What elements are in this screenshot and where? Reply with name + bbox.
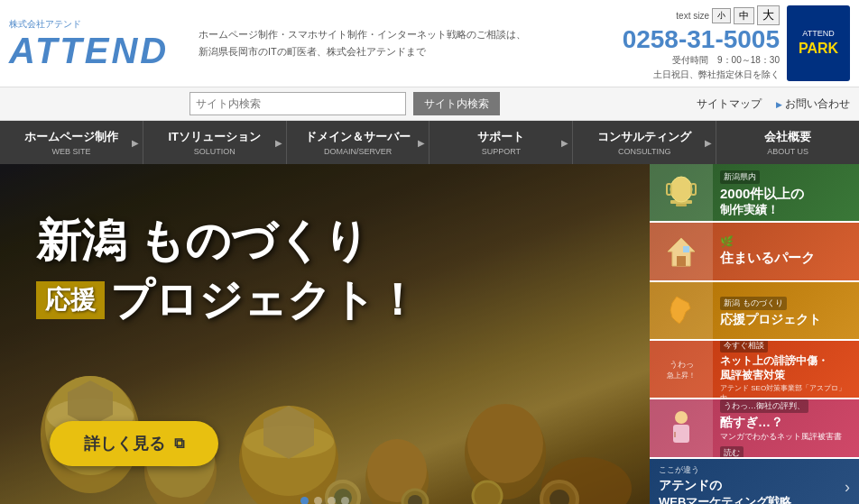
- banner-marketing[interactable]: ここが違う アテンドの WEBマーケティング戦略 ›: [650, 459, 859, 504]
- banner-5-content: うわっ…御社の評判、 酷すぎ…？ マンガでわかるネット風評被害書 読む: [713, 399, 859, 458]
- nav-arrow-icon: ▶: [418, 138, 425, 148]
- nav-arrow-icon: ▶: [561, 138, 568, 148]
- phone-number: 0258-31-5005: [623, 27, 780, 52]
- hero-subtitle-row: 応援 プロジェクト！: [36, 271, 419, 329]
- search-button[interactable]: サイト内検索: [413, 92, 500, 115]
- search-bar-row: サイト内検索 サイトマップ ▶ お問い合わせ: [0, 87, 859, 121]
- text-size-medium[interactable]: 中: [734, 7, 754, 24]
- nav-item-webpage[interactable]: ホームページ制作 WEB SITE ▶: [0, 121, 143, 164]
- contact-arrow-icon: ▶: [776, 100, 785, 109]
- nav-main-label: ITソリューション: [168, 129, 261, 145]
- text-size-small[interactable]: 小: [712, 8, 731, 23]
- hero-cta-label: 詳しく見る: [84, 433, 165, 454]
- hero-area: 新潟 ものづくり 応援 プロジェクト！ 詳しく見る ⧉: [0, 164, 650, 504]
- banner-image-placeholder-1: [650, 164, 713, 221]
- header: 株式会社アテンド ATTEND ホームページ制作・スマホサイト制作・インターネッ…: [0, 0, 859, 87]
- nav-arrow-icon: ▶: [132, 138, 139, 148]
- company-logo: ATTEND: [9, 32, 189, 69]
- banner-monozukuri[interactable]: 新潟 ものづくり 応援プロジェクト: [650, 282, 859, 341]
- nav-main-label: サポート: [477, 129, 524, 145]
- hero-title-line1: 新潟 ものづくり: [36, 214, 419, 268]
- nav-sub-label: SOLUTION: [194, 147, 236, 156]
- slide-dot-2[interactable]: [314, 497, 322, 504]
- banner-reputation[interactable]: うわっ 急上昇！ 今すぐ相談 ネット上の誹謗中傷・ 風評被害対策 アテンド SE…: [650, 341, 859, 399]
- nav-arrow-icon: ▶: [275, 138, 282, 148]
- hero-text: 新潟 ものづくり 応援 プロジェクト！: [36, 214, 419, 329]
- text-size-large[interactable]: 大: [757, 5, 780, 25]
- banner-image-placeholder-4: うわっ 急上昇！: [650, 341, 713, 398]
- search-input[interactable]: [189, 92, 406, 115]
- svg-rect-29: [691, 184, 696, 195]
- banner-2-icon-leaf: 🌿: [720, 235, 852, 248]
- banner-6-subtitle: WEBマーケティング戦略: [659, 494, 827, 504]
- nav-main-label: 会社概要: [764, 129, 811, 145]
- slide-dot-3[interactable]: [328, 497, 336, 504]
- banner-6-content: ここが違う アテンドの WEBマーケティング戦略: [650, 459, 836, 504]
- svg-rect-32: [683, 246, 689, 252]
- nav-item-domain[interactable]: ドメイン＆サーバー DOMAIN/SERVER ▶: [287, 121, 430, 164]
- banner-3-tag: 新潟 ものづくり: [720, 297, 787, 310]
- svg-rect-26: [676, 204, 687, 206]
- nav-item-consulting[interactable]: コンサルティング CONSULTING ▶: [573, 121, 716, 164]
- banner-5-tag: うわっ…御社の評判、: [720, 399, 808, 413]
- reception-hours: 受付時間 9：00～18：30: [672, 54, 780, 67]
- hero-cta-button[interactable]: 詳しく見る ⧉: [50, 421, 218, 466]
- svg-point-33: [675, 411, 688, 424]
- svg-rect-28: [667, 184, 671, 195]
- banner-1-title: 2000件以上の: [720, 186, 852, 202]
- banner-2-title: 住まいるパーク: [720, 250, 852, 267]
- main-nav: ホームページ制作 WEB SITE ▶ ITソリューション SOLUTION ▶…: [0, 121, 859, 164]
- hero-slide-dots: [300, 497, 349, 504]
- nav-sub-label: DOMAIN/SERVER: [324, 147, 392, 156]
- svg-rect-31: [677, 256, 686, 266]
- banner-6-title: アテンドの: [659, 478, 827, 494]
- sidebar-banners: 新潟県内 2000件以上の 制作実績！ 🌿 住まいるパーク: [650, 164, 859, 504]
- text-size-label: text size: [676, 11, 709, 21]
- slide-dot-1[interactable]: [300, 497, 309, 504]
- banner-4-note: アテンド SEO対策事業部「アスプロ」内: [720, 383, 852, 399]
- nav-item-it[interactable]: ITソリューション SOLUTION ▶: [143, 121, 287, 164]
- banner-3-title: 応援プロジェクト: [720, 312, 852, 328]
- banner-4-subtitle: 風評被害対策: [720, 368, 852, 383]
- hero-subtitle-prefix: 応援: [36, 281, 105, 319]
- banner-sumairu[interactable]: 🌿 住まいるパーク: [650, 223, 859, 281]
- nav-item-support[interactable]: サポート SUPPORT ▶: [430, 121, 573, 164]
- banner-image-placeholder-2: [650, 223, 713, 279]
- niigata-icon: [663, 292, 699, 328]
- sitemap-link[interactable]: サイトマップ: [697, 96, 762, 112]
- park-logo-line2: PARK: [794, 39, 843, 59]
- nav-main-label: ドメイン＆サーバー: [305, 129, 411, 145]
- banner-4-title: ネット上の誹謗中傷・: [720, 354, 852, 369]
- nav-sub-label: CONSULTING: [618, 147, 670, 156]
- nav-item-about[interactable]: 会社概要 ABOUT US: [716, 121, 859, 164]
- nav-main-label: ホームページ制作: [24, 129, 118, 145]
- banner-4-tag: 今すぐ相談: [720, 341, 768, 353]
- contact-link[interactable]: ▶ お問い合わせ: [776, 96, 850, 112]
- banner-4-content: 今すぐ相談 ネット上の誹謗中傷・ 風評被害対策 アテンド SEO対策事業部「アス…: [713, 341, 859, 399]
- banner-2-content: 🌿 住まいるパーク: [713, 230, 859, 272]
- banner-manga[interactable]: うわっ…御社の評判、 酷すぎ…？ マンガでわかるネット風評被害書 読む: [650, 399, 859, 458]
- banner-1-content: 新潟県内 2000件以上の 制作実績！: [713, 164, 859, 223]
- nav-arrow-icon: ▶: [705, 138, 712, 148]
- external-link-icon: ⧉: [174, 435, 184, 452]
- nav-main-label: コンサルティング: [597, 129, 691, 145]
- slide-dot-4[interactable]: [341, 497, 349, 504]
- banner-1-tag: 新潟県内: [720, 170, 760, 184]
- company-name-ja: 株式会社アテンド: [9, 18, 189, 31]
- banner-1-subtitle: 制作実績！: [720, 202, 852, 218]
- park-logo-line1: ATTEND: [794, 28, 843, 40]
- nav-sub-label: SUPPORT: [482, 147, 521, 156]
- banner-5-subtitle: マンガでわかるネット風評被害書: [720, 431, 852, 443]
- banner-achievements[interactable]: 新潟県内 2000件以上の 制作実績！: [650, 164, 859, 223]
- banner-6-tag: ここが違う: [659, 464, 827, 476]
- holiday-note: 土日祝日、弊社指定休日を除く: [653, 69, 780, 81]
- main-content: 新潟 ものづくり 応援 プロジェクト！ 詳しく見る ⧉: [0, 164, 859, 504]
- banner-6-arrow: ›: [836, 478, 859, 497]
- svg-point-27: [670, 177, 692, 202]
- text-size-controls: text size 小 中 大: [676, 5, 780, 25]
- banner-3-content: 新潟 ものづくり 応援プロジェクト: [713, 288, 859, 334]
- logo-area: 株式会社アテンド ATTEND: [9, 5, 189, 81]
- attend-park-logo[interactable]: ATTEND PARK: [787, 5, 850, 81]
- person-icon: [666, 410, 697, 446]
- house-icon: [663, 234, 699, 270]
